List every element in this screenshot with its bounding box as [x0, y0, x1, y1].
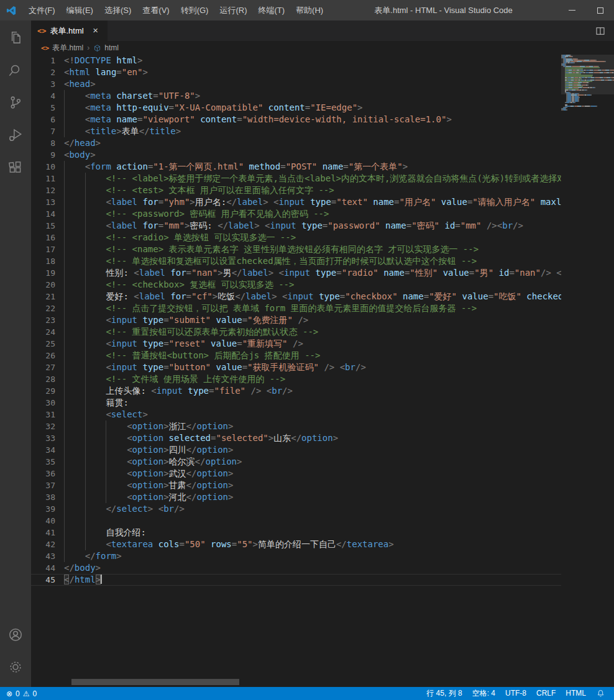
code-line[interactable]: 45</html> — [31, 574, 561, 586]
code-line[interactable]: 17<!-- <name> 表示表单元素名字 这里性别单选按钮必须有相同的名字 … — [31, 243, 561, 255]
menu-item[interactable]: 帮助(H) — [290, 0, 329, 20]
explorer-icon[interactable] — [0, 23, 31, 53]
minimize-icon[interactable] — [558, 0, 586, 20]
indent-guide — [64, 208, 65, 220]
code-line[interactable]: 13<label for="yhm">用户名:</label> <input t… — [31, 196, 561, 208]
account-icon[interactable] — [0, 620, 31, 650]
code-line[interactable]: 4<meta charset="UTF-8"> — [31, 90, 561, 102]
code-line[interactable]: 18<!-- 单选按钮和复选框可以设置checked属性，当页面打开的时候可以默… — [31, 255, 561, 267]
breadcrumb-file[interactable]: 表单.html — [52, 43, 83, 53]
code-line[interactable]: 6<meta name="viewport" content="width=de… — [31, 114, 561, 125]
menu-item[interactable]: 编辑(E) — [61, 0, 99, 20]
code-line[interactable]: 44</body> — [31, 562, 561, 574]
close-icon[interactable]: × — [90, 25, 101, 37]
code-line-text: </head> — [64, 137, 561, 149]
code-line-text: 性别: <label for="nan">男</label> <input ty… — [64, 267, 561, 279]
code-line[interactable]: 20<!-- <checkbox> 复选框 可以实现多选 --> — [31, 279, 561, 291]
code-line[interactable]: 38<option>河北</option> — [31, 491, 561, 503]
code-line[interactable]: 31<select> — [31, 409, 561, 420]
status-item[interactable]: UTF-8 — [500, 687, 531, 700]
text-cursor — [101, 575, 102, 584]
indent-guide — [64, 420, 65, 432]
code-line[interactable]: 35<option>哈尔滨</option> — [31, 456, 561, 468]
indent-guide — [64, 527, 65, 539]
code-line[interactable]: 1<!DOCTYPE html> — [31, 55, 561, 66]
code-line[interactable]: 37<option>甘肃</option> — [31, 480, 561, 491]
run-debug-icon[interactable] — [0, 120, 31, 150]
code-line[interactable]: 7<title>表单</title> — [31, 125, 561, 137]
split-editor-icon[interactable] — [587, 20, 614, 41]
code-line[interactable]: 16<!-- <radio> 单选按钮 可以实现多选一 --> — [31, 232, 561, 243]
extensions-icon[interactable] — [0, 152, 31, 182]
line-number: 14 — [31, 208, 64, 220]
code-line[interactable]: 28<!-- 文件域 使用场景 上传文件使用的 --> — [31, 373, 561, 385]
status-item[interactable]: CRLF — [531, 687, 561, 700]
line-number: 13 — [31, 196, 64, 208]
status-item[interactable]: HTML — [561, 687, 591, 700]
code-line[interactable]: 23<input type="submit" value="免费注册" /> — [31, 314, 561, 326]
code-line[interactable]: 32<option>浙江</option> — [31, 420, 561, 432]
code-line[interactable]: 15<label for="mm">密码: </label> <input ty… — [31, 220, 561, 232]
notifications-icon[interactable] — [591, 689, 608, 698]
problems-status[interactable]: ⊗ 0 ⚠ 0 — [6, 689, 37, 698]
minimap-slider[interactable] — [561, 55, 614, 94]
line-number: 36 — [31, 468, 64, 480]
code-line[interactable]: 36<option>武汉</option> — [31, 468, 561, 480]
indent-guide — [85, 409, 86, 420]
tab-表单.html[interactable]: <> 表单.html × — [31, 20, 108, 41]
code-line[interactable]: 8</head> — [31, 137, 561, 149]
warning-icon: ⚠ — [23, 689, 30, 698]
code-line-text: </select> <br/> — [64, 503, 561, 515]
status-item[interactable]: 空格: 4 — [467, 687, 500, 700]
minimap[interactable] — [561, 55, 614, 123]
indent-guide — [85, 539, 86, 550]
source-control-icon[interactable] — [0, 88, 31, 117]
search-icon[interactable] — [0, 55, 31, 85]
code-line[interactable]: 21爱好: <label for="cf">吃饭</label> <input … — [31, 291, 561, 302]
code-line[interactable]: 24<!-- 重置按钮可以还原表单元素初始的默认状态 --> — [31, 326, 561, 338]
code-line[interactable]: 14<!-- <password> 密码框 用户看不见输入的密码 --> — [31, 208, 561, 220]
code-line[interactable]: 26<!-- 普通按钮<button> 后期配合js 搭配使用 --> — [31, 350, 561, 361]
indent-guide — [85, 361, 86, 373]
menu-item[interactable]: 终端(T) — [252, 0, 290, 20]
indent-guide — [64, 326, 65, 338]
menu-item[interactable]: 文件(F) — [23, 0, 61, 20]
code-line[interactable]: 30籍贯: — [31, 397, 561, 409]
code-line[interactable]: 34<option>四川</option> — [31, 444, 561, 456]
code-line[interactable]: 19性别: <label for="nan">男</label> <input … — [31, 267, 561, 279]
code-line[interactable]: 29上传头像: <input type="file" /> <br/> — [31, 385, 561, 397]
code-line[interactable]: 40 — [31, 515, 561, 527]
indent-guide — [85, 503, 86, 515]
menu-item[interactable]: 转到(G) — [175, 0, 214, 20]
code-editor[interactable]: 1<!DOCTYPE html>2<html lang="en">3<head>… — [31, 55, 614, 687]
line-number: 25 — [31, 338, 64, 350]
code-line[interactable]: 27<input type="button" value="获取手机验证码" /… — [31, 361, 561, 373]
breadcrumb-symbol[interactable]: html — [104, 43, 119, 52]
code-line[interactable]: 25<input type="reset" value="重新填写" /> — [31, 338, 561, 350]
line-number: 40 — [31, 515, 64, 527]
code-line[interactable]: 41自我介绍: — [31, 527, 561, 539]
code-line[interactable]: 22<!-- 点击了提交按钮，可以把 表单域 form 里面的表单元素里面的值提… — [31, 302, 561, 314]
code-line[interactable]: 3<head> — [31, 78, 561, 90]
code-line[interactable]: 10<form action="1-第一个网页.html" method="PO… — [31, 161, 561, 173]
maximize-icon[interactable] — [586, 0, 614, 20]
code-line[interactable]: 5<meta http-equiv="X-UA-Compatible" cont… — [31, 102, 561, 114]
code-line[interactable]: 39</select> <br/> — [31, 503, 561, 515]
indent-guide — [85, 196, 86, 208]
code-line[interactable]: 12<!-- <test> 文本框 用户可以在里面输入任何文字 --> — [31, 184, 561, 196]
code-line[interactable]: 33<option selected="selected">山东</option… — [31, 432, 561, 444]
code-line[interactable]: 11<!-- <label>标签用于绑定一个表单元素,当点击<label>内的文… — [31, 173, 561, 184]
code-line[interactable]: 2<html lang="en"> — [31, 66, 561, 78]
code-line[interactable]: 42<textarea cols="50" rows="5">简单的介绍一下自己… — [31, 539, 561, 550]
horizontal-scrollbar[interactable] — [71, 679, 239, 685]
menu-item[interactable]: 选择(S) — [99, 0, 137, 20]
indent-guide — [85, 397, 86, 409]
code-line[interactable]: 9<body> — [31, 149, 561, 161]
line-number: 8 — [31, 137, 64, 149]
line-number: 37 — [31, 480, 64, 491]
code-line[interactable]: 43</form> — [31, 550, 561, 562]
menu-item[interactable]: 运行(R) — [214, 0, 252, 20]
status-item[interactable]: 行 45, 列 8 — [421, 687, 467, 700]
menu-item[interactable]: 查看(V) — [137, 0, 175, 20]
settings-icon[interactable] — [0, 652, 31, 682]
